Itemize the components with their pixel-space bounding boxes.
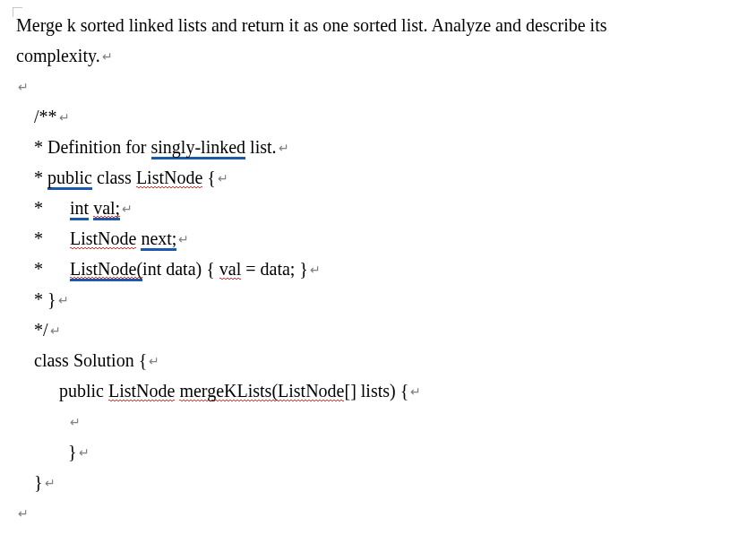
spell-flag: mergeKLists(ListNode: [179, 381, 344, 401]
code-line: * int val;↵: [16, 194, 723, 222]
code-line: class Solution {↵: [16, 346, 723, 375]
text: class: [92, 168, 136, 187]
paragraph-mark-icon: ↵: [408, 384, 421, 399]
paragraph-mark-icon: ↵: [120, 202, 133, 216]
spell-flag: ListNode(: [70, 259, 142, 280]
code-line: /**↵: [16, 102, 723, 131]
code-line: * public class ListNode {↵: [16, 163, 723, 192]
paragraph-mark-icon: ↵: [68, 415, 81, 429]
text: [] lists) {: [344, 381, 408, 401]
text: */: [34, 320, 48, 340]
code-line: * ListNode(int data) { val = data; }↵: [16, 254, 723, 283]
text: class Solution {: [34, 350, 147, 370]
text: *: [34, 168, 47, 187]
grammar-flag: int: [70, 198, 89, 219]
text: * Definition for: [34, 137, 151, 157]
paragraph-mark-icon: ↵: [77, 445, 90, 460]
problem-statement-line1: Merge k sorted linked lists and return i…: [16, 11, 723, 39]
text: = data; }: [241, 259, 308, 279]
spell-flag: ListNode: [108, 381, 175, 401]
text: *: [34, 259, 47, 279]
text: *: [34, 228, 47, 248]
paragraph-mark-icon: ↵: [16, 80, 29, 94]
paragraph-mark-icon: ↵: [216, 171, 228, 185]
grammar-flag: singly-linked: [151, 137, 246, 158]
spell-flag: ListNode: [136, 168, 202, 188]
blank-line: ↵: [16, 498, 723, 527]
text: public: [59, 381, 108, 401]
code-line: * }↵: [16, 285, 723, 314]
paragraph-mark-icon: ↵: [277, 141, 289, 155]
code-line: public ListNode mergeKLists(ListNode[] l…: [16, 376, 723, 405]
text: * }: [34, 289, 56, 309]
paragraph-mark-icon: ↵: [56, 293, 69, 307]
paragraph-mark-icon: ↵: [57, 110, 70, 125]
text: complexity.: [16, 46, 100, 65]
blank-line: ↵: [16, 72, 723, 100]
paragraph-mark-icon: ↵: [43, 476, 56, 490]
grammar-flag: next;: [141, 228, 176, 249]
code-line: ↵: [16, 407, 723, 435]
paragraph-mark-icon: ↵: [147, 354, 159, 368]
text: *: [34, 198, 47, 218]
paragraph-mark-icon: ↵: [100, 49, 113, 64]
spell-flag: ListNode: [70, 228, 136, 249]
text: Merge k sorted linked lists and return i…: [16, 15, 606, 35]
code-line: * ListNode next;↵: [16, 224, 723, 253]
paragraph-mark-icon: ↵: [176, 232, 189, 246]
code-line: }↵: [16, 468, 723, 496]
code-line: }↵: [16, 437, 723, 466]
paragraph-mark-icon: ↵: [48, 323, 61, 338]
code-line: * Definition for singly-linked list.↵: [16, 133, 723, 161]
text: {: [202, 168, 216, 187]
code-line: */↵: [16, 315, 723, 344]
grammar-flag: public: [47, 168, 92, 188]
spell-flag: val: [219, 259, 241, 280]
spell-flag: val;: [93, 198, 120, 219]
text: /**: [34, 107, 57, 126]
text: list.: [245, 137, 276, 157]
paragraph-mark-icon: ↵: [16, 506, 29, 521]
text: }: [68, 442, 77, 461]
problem-statement-line2: complexity.↵: [16, 41, 723, 70]
text: int data) {: [142, 259, 219, 279]
text: }: [34, 472, 43, 492]
paragraph-mark-icon: ↵: [308, 263, 321, 277]
